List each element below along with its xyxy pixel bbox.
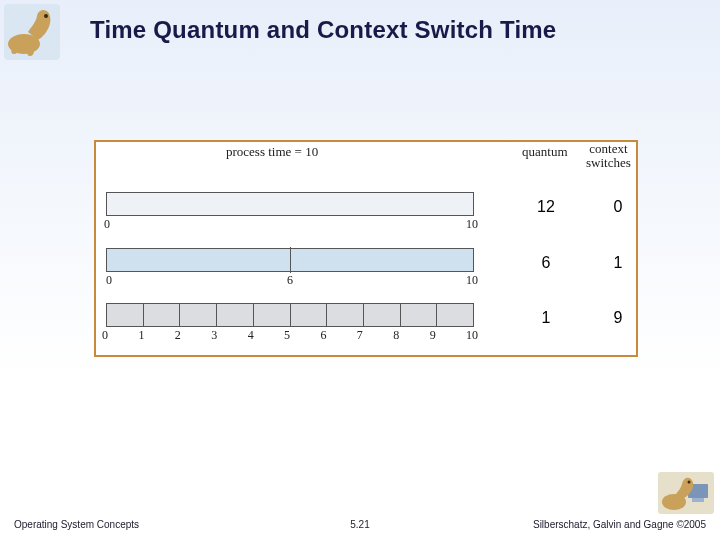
tick-label: 7 [357,328,393,343]
context-switch-value: 9 [598,309,638,327]
tick-label: 0 [106,273,112,287]
diagram-row: 0 6 10 6 1 [106,248,626,289]
footer-copyright: Silberschatz, Galvin and Gagne ©2005 [533,519,706,530]
tick-label: 2 [175,328,211,343]
slide-title: Time Quantum and Context Switch Time [90,16,700,44]
quantum-value: 6 [526,254,566,272]
tick-label: 4 [248,328,284,343]
tick-labels: 0 10 [106,217,474,232]
slide-footer: Operating System Concepts 5.21 Silbersch… [0,510,720,530]
quantum-header: quantum [522,144,568,160]
bar-area: 0 1 2 3 4 5 6 7 8 9 10 [106,303,474,345]
svg-point-1 [44,14,48,18]
svg-rect-3 [692,498,704,502]
context-switch-header-line2: switches [586,155,631,170]
context-switch-header: context switches [586,142,631,169]
tick-label: 6 [287,273,293,288]
context-switch-value: 1 [598,254,638,272]
diagram-header-row: process time = 10 quantum context switch… [106,148,626,170]
dinosaur-icon [4,4,60,60]
tick-label: 10 [466,328,478,343]
tick-label: 0 [104,217,110,232]
process-bar-q1 [106,303,474,327]
tick-label: 8 [393,328,429,343]
diagram-row: 0 1 2 3 4 5 6 7 8 9 10 1 9 [106,303,626,345]
tick-label: 10 [466,273,478,288]
tick-label: 5 [284,328,320,343]
bar-area: 0 10 [106,192,474,234]
tick-label: 6 [320,328,356,343]
quantum-value: 12 [526,198,566,216]
process-bar-q12 [106,192,474,216]
bar-area: 0 6 10 [106,248,474,289]
logo-top-left [4,4,60,60]
footer-left-text: Operating System Concepts [14,519,139,530]
svg-point-5 [688,481,691,484]
tick-labels: 0 6 10 [106,273,474,287]
diagram-frame: process time = 10 quantum context switch… [94,140,638,357]
bar-divider-icon [290,247,291,273]
quantum-value: 1 [526,309,566,327]
process-bar-q6 [106,248,474,272]
tick-label: 10 [466,217,478,232]
process-time-label: process time = 10 [226,144,318,160]
diagram-row: 0 10 12 0 [106,192,626,234]
tick-label: 1 [138,328,174,343]
context-switch-value: 0 [598,198,638,216]
tick-label: 0 [102,328,138,343]
dinosaur-computer-icon [658,472,714,514]
tick-label: 3 [211,328,247,343]
logo-bottom-right [658,472,714,514]
tick-labels: 0 1 2 3 4 5 6 7 8 9 10 [102,328,478,343]
tick-label: 9 [430,328,466,343]
footer-page-number: 5.21 [350,519,369,530]
